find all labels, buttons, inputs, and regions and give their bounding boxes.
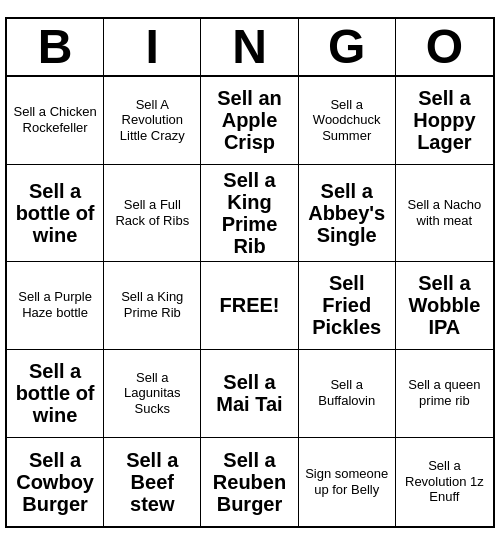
bingo-cell: Sign someone up for Belly — [299, 438, 396, 526]
bingo-cell: Sell a bottle of wine — [7, 165, 104, 262]
bingo-cell: Sell a Reuben Burger — [201, 438, 298, 526]
bingo-cell: Sell a Abbey's Single — [299, 165, 396, 262]
bingo-cell: Sell a queen prime rib — [396, 350, 493, 438]
bingo-cell: Sell a Cowboy Burger — [7, 438, 104, 526]
bingo-cell: Sell a Nacho with meat — [396, 165, 493, 262]
header-letter: G — [299, 19, 396, 77]
bingo-cell: Sell a Beef stew — [104, 438, 201, 526]
bingo-cell: Sell an Apple Crisp — [201, 77, 298, 165]
header-letter: I — [104, 19, 201, 77]
bingo-cell: Sell a Lagunitas Sucks — [104, 350, 201, 438]
bingo-cell: Sell a Wobble IPA — [396, 262, 493, 350]
bingo-cell: Sell A Revolution Little Crazy — [104, 77, 201, 165]
bingo-cell: Sell a Mai Tai — [201, 350, 298, 438]
bingo-cell: Sell a Revolution 1z Enuff — [396, 438, 493, 526]
bingo-cell: Sell a King Prime Rib — [104, 262, 201, 350]
header-letter: O — [396, 19, 493, 77]
bingo-cell: Sell Fried Pickles — [299, 262, 396, 350]
bingo-cell: Sell a bottle of wine — [7, 350, 104, 438]
bingo-cell: Sell a Hoppy Lager — [396, 77, 493, 165]
bingo-cell: Sell a King Prime Rib — [201, 165, 298, 262]
bingo-cell: Sell a Woodchuck Summer — [299, 77, 396, 165]
header-letter: B — [7, 19, 104, 77]
bingo-cell: Sell a Purple Haze bottle — [7, 262, 104, 350]
bingo-cell: Sell a Chicken Rockefeller — [7, 77, 104, 165]
bingo-cell: Sell a Full Rack of Ribs — [104, 165, 201, 262]
header-letter: N — [201, 19, 298, 77]
free-space: FREE! — [201, 262, 298, 350]
bingo-header: BINGO — [7, 19, 493, 77]
bingo-grid: Sell a Chicken RockefellerSell A Revolut… — [7, 77, 493, 526]
bingo-card: BINGO Sell a Chicken RockefellerSell A R… — [5, 17, 495, 528]
bingo-cell: Sell a Buffalovin — [299, 350, 396, 438]
